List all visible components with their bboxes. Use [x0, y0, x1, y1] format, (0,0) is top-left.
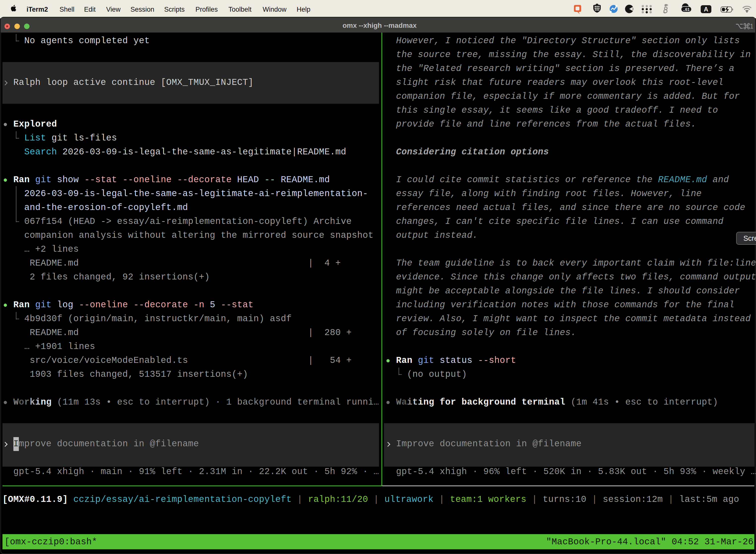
- svg-text:..61: ..61: [683, 7, 690, 12]
